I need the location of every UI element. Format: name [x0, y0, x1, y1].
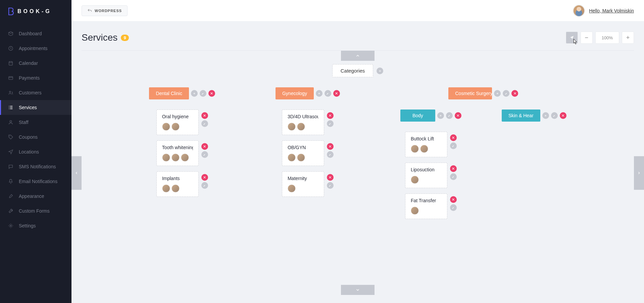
add-button[interactable]: + [316, 90, 323, 97]
branches: Dental Clinic +✕ Oral hygiene ✕ Tooth wh… [82, 87, 634, 219]
tree-canvas: Categories + Dental Clinic +✕ Oral hygie… [82, 50, 634, 295]
edit-button[interactable] [201, 182, 208, 189]
service-card[interactable]: Maternity [282, 171, 324, 197]
subcategory-box[interactable]: Body [400, 110, 435, 122]
service-card[interactable]: Fat Transfer [405, 193, 447, 219]
add-button[interactable]: + [542, 112, 549, 119]
zoom-in-button[interactable]: + [622, 32, 634, 44]
edit-button[interactable] [325, 90, 331, 97]
service-card[interactable]: Buttock Lift [405, 132, 447, 157]
sidebar-item-customers[interactable]: Customers [0, 85, 71, 100]
delete-button[interactable]: ✕ [208, 90, 215, 97]
service-item: Fat Transfer ✕ [405, 193, 457, 219]
add-button[interactable]: + [437, 112, 444, 119]
brush-icon [8, 193, 13, 199]
service-card[interactable]: Liposuction [405, 163, 447, 188]
staff-avatar [162, 154, 170, 162]
delete-button[interactable]: ✕ [327, 112, 334, 119]
users-icon [8, 90, 13, 95]
user-avatar[interactable] [573, 5, 585, 17]
delete-button[interactable]: ✕ [333, 90, 340, 97]
sidebar-item-settings[interactable]: Settings [0, 218, 71, 233]
card-icon [8, 75, 13, 81]
nav-label: Calendar [19, 60, 38, 66]
service-card[interactable]: Oral hygiene [156, 110, 199, 135]
delete-button[interactable]: ✕ [455, 112, 461, 119]
pan-left-handle[interactable] [71, 156, 82, 190]
collapse-top-handle[interactable] [341, 51, 375, 61]
delete-button[interactable]: ✕ [201, 143, 208, 150]
edit-button[interactable] [327, 182, 334, 189]
staff-avatar [420, 145, 428, 153]
category-box[interactable]: Gynecology [276, 87, 314, 99]
category-box[interactable]: Dental Clinic [149, 87, 189, 99]
edit-button[interactable] [450, 142, 457, 149]
svg-point-3 [9, 91, 11, 92]
add-button[interactable]: + [494, 90, 501, 97]
sidebar-item-dashboard[interactable]: Dashboard [0, 26, 71, 41]
delete-button[interactable]: ✕ [327, 143, 334, 150]
zoom-out-button[interactable]: − [581, 32, 593, 44]
category-branch: Gynecology +✕ 3D/4D Ultrasound ✕ OB/GYN … [276, 87, 340, 197]
sidebar-item-custom-forms[interactable]: Custom Forms [0, 204, 71, 218]
delete-button[interactable]: ✕ [201, 174, 208, 181]
sidebar-item-coupons[interactable]: Coupons [0, 130, 71, 144]
sidebar-item-staff[interactable]: Staff [0, 115, 71, 130]
navigate-button[interactable] [566, 32, 578, 44]
edit-button[interactable] [327, 120, 334, 127]
category-branch: Cosmetic Surgery +✕ Body +✕ Buttock Lift… [400, 87, 566, 219]
edit-button[interactable] [446, 112, 453, 119]
category-box[interactable]: Cosmetic Surgery [448, 87, 492, 99]
delete-button[interactable]: ✕ [511, 90, 518, 97]
root-node[interactable]: Categories [332, 64, 374, 77]
service-item: Oral hygiene ✕ [156, 110, 208, 135]
collapse-bottom-handle[interactable] [341, 285, 375, 295]
user-greeting[interactable]: Hello, Mark Volmiskin [589, 8, 634, 13]
service-name: Maternity [288, 176, 318, 181]
staff-row [288, 154, 318, 162]
edit-button[interactable] [327, 151, 334, 158]
delete-button[interactable]: ✕ [560, 112, 566, 119]
service-card[interactable]: OB/GYN [282, 140, 324, 166]
sidebar-item-calendar[interactable]: Calendar [0, 56, 71, 71]
service-card[interactable]: 3D/4D Ultrasound [282, 110, 324, 135]
edit-button[interactable] [503, 90, 509, 97]
delete-button[interactable]: ✕ [327, 174, 334, 181]
logo-text: BOOK-G [17, 8, 52, 14]
add-button[interactable]: + [191, 90, 198, 97]
delete-button[interactable]: ✕ [450, 165, 457, 172]
wordpress-button[interactable]: WORDPRESS [82, 5, 128, 16]
nav-label: Settings [19, 223, 36, 228]
sidebar-item-services[interactable]: Services [0, 100, 71, 115]
delete-button[interactable]: ✕ [450, 134, 457, 141]
service-card[interactable]: Implants [156, 171, 199, 197]
edit-button[interactable] [201, 120, 208, 127]
sidebar-item-payments[interactable]: Payments [0, 71, 71, 85]
sidebar-item-locations[interactable]: Locations [0, 144, 71, 159]
pan-right-handle[interactable] [634, 156, 644, 190]
edit-button[interactable] [450, 173, 457, 180]
svg-rect-2 [9, 77, 13, 80]
wordpress-label: WORDPRESS [95, 9, 122, 13]
sidebar-item-sms-notifications[interactable]: SMS Notifications [0, 159, 71, 174]
chevron-up-icon [355, 53, 360, 58]
edit-button[interactable] [201, 151, 208, 158]
root-add-button[interactable]: + [377, 68, 383, 74]
delete-button[interactable]: ✕ [450, 196, 457, 203]
subcategory-box[interactable]: Skin & Hear [502, 110, 540, 122]
clock-icon [8, 46, 13, 51]
edit-button[interactable] [450, 204, 457, 211]
person-icon [8, 120, 13, 125]
service-card[interactable]: Tooth whitening [156, 140, 199, 166]
sidebar-item-appearance[interactable]: Appearance [0, 189, 71, 204]
subcategory-node: Skin & Hear +✕ [502, 110, 566, 122]
edit-button[interactable] [200, 90, 206, 97]
edit-button[interactable] [551, 112, 558, 119]
sidebar-item-email-notifications[interactable]: Email Notifications [0, 174, 71, 189]
delete-button[interactable]: ✕ [201, 112, 208, 119]
bell-icon [8, 179, 13, 184]
zoom-value: 100% [595, 32, 619, 44]
staff-avatar [162, 123, 170, 131]
sidebar-item-appointments[interactable]: Appointments [0, 41, 71, 56]
nav-label: Staff [19, 120, 29, 125]
